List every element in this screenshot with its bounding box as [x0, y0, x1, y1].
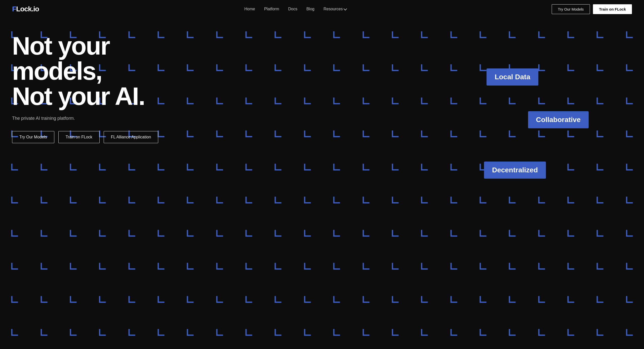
collaborative-badge: Collaborative: [528, 111, 589, 128]
nav-link-resources[interactable]: Resources: [324, 7, 346, 11]
pattern-cell: [468, 316, 498, 349]
bracket-icon: [215, 328, 224, 337]
pattern-cell: [146, 217, 176, 250]
pattern-cell: [381, 118, 410, 151]
bracket-icon: [537, 196, 546, 204]
pattern-cell: [351, 18, 380, 51]
nav-item-blog[interactable]: Blog: [306, 7, 314, 11]
bracket-icon: [69, 229, 77, 238]
bracket-icon: [274, 97, 282, 105]
pattern-cell: [498, 84, 527, 118]
pattern-cell: [615, 316, 644, 349]
bracket-icon: [537, 30, 546, 39]
try-models-button[interactable]: Try Our Models: [552, 4, 590, 14]
hero-try-models-button[interactable]: Try Our Models: [12, 131, 54, 143]
pattern-cell: [615, 118, 644, 151]
hero-alliance-button[interactable]: FL Alliance Application: [104, 131, 158, 143]
bracket-icon: [362, 295, 370, 304]
bracket-icon: [508, 97, 516, 105]
bracket-icon: [362, 196, 370, 204]
pattern-cell: [117, 283, 146, 316]
pattern-cell: [146, 250, 176, 283]
logo[interactable]: FLock.io: [12, 5, 39, 13]
pattern-cell: [585, 217, 615, 250]
pattern-cell: [468, 84, 498, 118]
nav-link-home[interactable]: Home: [244, 7, 255, 11]
pattern-cell: [205, 217, 234, 250]
bracket-icon: [362, 163, 370, 171]
pattern-cell: [117, 316, 146, 349]
bracket-icon: [391, 163, 399, 171]
bracket-icon: [508, 328, 516, 337]
pattern-cell: [585, 250, 615, 283]
nav-link-blog[interactable]: Blog: [306, 7, 314, 11]
bracket-icon: [362, 130, 370, 138]
bracket-icon: [215, 163, 224, 171]
pattern-cell: [293, 51, 322, 85]
bracket-icon: [391, 130, 399, 138]
pattern-cell: [585, 51, 615, 85]
pattern-cell: [205, 18, 234, 51]
pattern-cell: [527, 217, 556, 250]
bracket-icon: [596, 97, 604, 105]
nav-item-home[interactable]: Home: [244, 7, 255, 11]
pattern-cell: [615, 150, 644, 184]
pattern-cell: [468, 184, 498, 217]
pattern-cell: [351, 250, 380, 283]
bracket-icon: [303, 262, 312, 270]
nav-item-platform[interactable]: Platform: [264, 7, 279, 11]
bracket-icon: [69, 196, 77, 204]
bracket-icon: [10, 163, 19, 171]
pattern-cell: [381, 283, 410, 316]
pattern-cell: [293, 217, 322, 250]
bracket-icon: [303, 328, 312, 337]
bracket-icon: [450, 63, 458, 72]
bracket-icon: [450, 163, 458, 171]
pattern-cell: [498, 283, 527, 316]
bracket-icon: [215, 262, 224, 270]
bracket-icon: [186, 30, 194, 39]
pattern-cell: [293, 118, 322, 151]
pattern-cell: [468, 283, 498, 316]
bracket-icon: [128, 262, 136, 270]
pattern-cell: [439, 18, 468, 51]
bracket-icon: [391, 30, 399, 39]
bracket-icon: [420, 30, 429, 39]
pattern-cell: [322, 150, 351, 184]
bracket-icon: [362, 229, 370, 238]
nav-item-docs[interactable]: Docs: [288, 7, 297, 11]
bracket-icon: [567, 328, 575, 337]
nav-item-resources[interactable]: Resources: [324, 7, 346, 11]
hero-content: Not your models, Not your AI. The privat…: [0, 18, 171, 153]
nav-link-docs[interactable]: Docs: [288, 7, 297, 11]
bracket-icon: [450, 97, 458, 105]
bracket-icon: [186, 63, 194, 72]
bracket-icon: [245, 30, 253, 39]
pattern-cell: [176, 18, 205, 51]
pattern-cell: [88, 217, 117, 250]
pattern-cell: [176, 217, 205, 250]
bracket-icon: [245, 295, 253, 304]
train-on-flock-button[interactable]: Train on FLock: [593, 4, 632, 14]
bracket-icon: [479, 262, 487, 270]
bracket-icon: [596, 130, 604, 138]
hero-train-button[interactable]: Train on FLock: [58, 131, 100, 143]
pattern-cell: [234, 51, 263, 85]
bracket-icon: [391, 196, 399, 204]
bracket-icon: [10, 196, 19, 204]
bracket-icon: [332, 30, 341, 39]
bracket-icon: [245, 163, 253, 171]
bracket-icon: [508, 229, 516, 238]
pattern-cell: [88, 283, 117, 316]
bracket-icon: [98, 196, 107, 204]
bracket-icon: [567, 295, 575, 304]
bracket-icon: [245, 196, 253, 204]
bracket-icon: [98, 328, 107, 337]
pattern-cell: [527, 250, 556, 283]
bracket-icon: [274, 328, 282, 337]
nav-link-platform[interactable]: Platform: [264, 7, 279, 11]
bracket-icon: [420, 97, 429, 105]
pattern-cell: [205, 84, 234, 118]
bracket-icon: [128, 163, 136, 171]
pattern-cell: [29, 250, 58, 283]
